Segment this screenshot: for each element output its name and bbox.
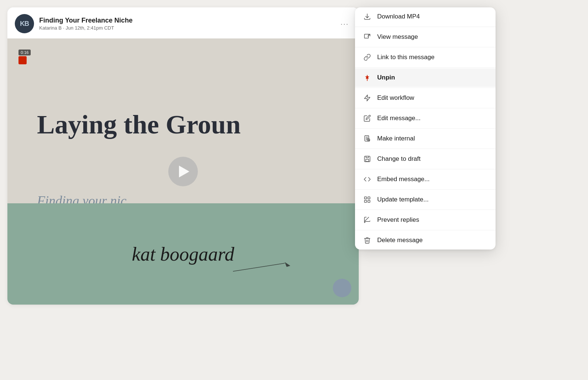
svg-rect-10	[365, 200, 367, 203]
menu-label-download-mp4: Download MP4	[377, 13, 420, 20]
pencil-icon	[363, 114, 371, 122]
menu-label-edit-workflow: Edit workflow	[377, 94, 414, 102]
chat-off-icon	[363, 216, 371, 224]
lightning-svg	[364, 94, 371, 102]
pin-svg	[364, 74, 371, 81]
menu-item-embed-message[interactable]: Embed message...	[355, 170, 496, 189]
pin-icon	[363, 74, 371, 82]
menu-label-edit-message: Edit message...	[377, 115, 420, 122]
trash-icon	[363, 236, 371, 244]
menu-item-unpin[interactable]: Unpin	[355, 68, 496, 87]
menu-label-update-template: Update template...	[377, 196, 429, 203]
menu-item-edit-message[interactable]: Edit message...	[355, 109, 496, 128]
divider-3	[355, 67, 496, 68]
menu-item-change-to-draft[interactable]: Change to draft	[355, 150, 496, 168]
divider-1	[355, 27, 496, 27]
divider-9	[355, 189, 496, 190]
download-svg	[364, 13, 371, 20]
svg-rect-6	[365, 156, 370, 162]
menu-label-prevent-replies: Prevent replies	[377, 216, 419, 224]
menu-item-update-template[interactable]: Update template...	[355, 190, 496, 209]
svg-line-12	[365, 217, 369, 222]
context-menu: Download MP4 View message Link to th	[355, 7, 496, 250]
svg-marker-1	[285, 262, 290, 267]
menu-label-link-to-message: Link to this message	[377, 54, 435, 61]
external-link-icon	[363, 33, 371, 41]
menu-label-delete-message: Delete message	[377, 237, 423, 244]
user-avatar-video	[333, 279, 351, 297]
pen-decoration	[233, 260, 292, 275]
post-subtitle: Katarina B · Jun 12th, 2:41pm CDT	[39, 25, 338, 31]
post-title: Finding Your Freelance Niche	[39, 17, 338, 25]
code-icon	[363, 175, 371, 183]
menu-item-edit-workflow[interactable]: Edit workflow	[355, 89, 496, 107]
divider-11	[355, 230, 496, 230]
divider-4	[355, 88, 496, 88]
menu-item-link-to-message[interactable]: Link to this message	[355, 48, 496, 67]
video-stop-button[interactable]	[18, 56, 27, 64]
video-bg-bottom: kat boogaard	[7, 203, 359, 305]
divider-2	[355, 47, 496, 47]
menu-label-unpin: Unpin	[377, 74, 395, 81]
divider-6	[355, 128, 496, 129]
trash-svg	[364, 237, 371, 244]
video-signature: kat boogaard	[132, 243, 234, 265]
download-icon	[363, 13, 371, 21]
svg-line-0	[233, 263, 285, 271]
menu-item-view-message[interactable]: View message	[355, 28, 496, 46]
link-icon	[363, 53, 371, 61]
menu-label-change-to-draft: Change to draft	[377, 155, 420, 163]
menu-item-download-mp4[interactable]: Download MP4	[355, 7, 496, 26]
external-link-svg	[364, 33, 371, 41]
svg-rect-11	[368, 200, 370, 203]
chat-off-svg	[364, 216, 371, 224]
code-svg	[364, 176, 371, 183]
doc-icon	[363, 135, 371, 143]
save-icon	[363, 155, 371, 163]
pencil-svg	[364, 115, 371, 122]
divider-5	[355, 108, 496, 108]
grid-svg	[364, 196, 371, 203]
video-timestamp: 0:16	[18, 50, 31, 55]
doc-svg	[364, 135, 371, 142]
svg-rect-9	[368, 197, 370, 199]
menu-label-make-internal: Make internal	[377, 135, 415, 142]
more-options-button[interactable]: ···	[338, 17, 351, 30]
menu-label-embed-message: Embed message...	[377, 176, 430, 183]
save-svg	[364, 155, 371, 163]
video-thumbnail[interactable]: Laying the Groun Finding your nic kat bo…	[7, 38, 359, 305]
svg-rect-7	[366, 159, 369, 162]
menu-item-make-internal[interactable]: Make internal	[355, 129, 496, 148]
date-separator: ·	[63, 25, 65, 31]
menu-label-view-message: View message	[377, 33, 418, 41]
menu-item-prevent-replies[interactable]: Prevent replies	[355, 211, 496, 229]
lightning-icon	[363, 94, 371, 102]
video-play-button[interactable]	[168, 157, 198, 186]
divider-8	[355, 169, 496, 169]
post-date: Jun 12th, 2:41pm CDT	[66, 25, 114, 31]
post-meta: Finding Your Freelance Niche Katarina B …	[39, 17, 338, 31]
post-card: KB Finding Your Freelance Niche Katarina…	[7, 7, 359, 305]
divider-10	[355, 210, 496, 210]
link-svg	[364, 54, 371, 61]
svg-rect-8	[365, 197, 367, 199]
menu-item-delete-message[interactable]: Delete message	[355, 231, 496, 250]
grid-icon	[363, 196, 371, 204]
post-header: KB Finding Your Freelance Niche Katarina…	[7, 7, 359, 38]
author-name: Katarina B	[39, 25, 62, 31]
avatar: KB	[15, 14, 34, 33]
video-headline: Laying the Groun	[37, 110, 241, 139]
divider-7	[355, 149, 496, 149]
